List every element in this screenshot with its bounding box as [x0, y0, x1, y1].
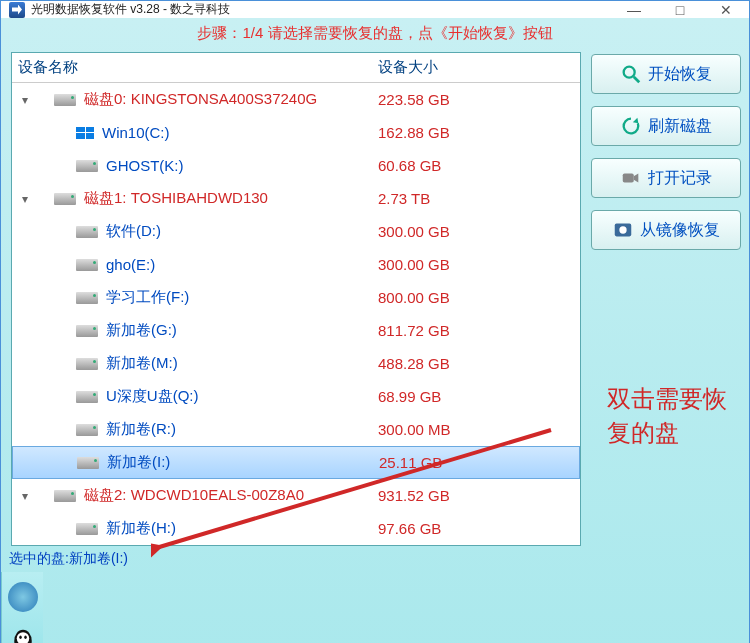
- step-text: 步骤：1/4 请选择需要恢复的盘，点《开始恢复》按钮: [1, 18, 749, 52]
- row-size: 800.00 GB: [378, 289, 580, 306]
- row-name: Win10(C:): [102, 124, 170, 141]
- drive-icon: [54, 94, 76, 106]
- drive-icon: [76, 160, 98, 172]
- row-name: 磁盘0: KINGSTONSA400S37240G: [84, 90, 317, 109]
- svg-rect-2: [623, 173, 634, 182]
- header-name: 设备名称: [18, 58, 378, 77]
- drive-icon: [76, 259, 98, 271]
- windows-icon: [76, 127, 94, 139]
- svg-point-8: [19, 636, 22, 640]
- row-name: GHOST(K:): [106, 157, 184, 174]
- globe-icon[interactable]: [8, 582, 38, 612]
- partition-row[interactable]: Win10(C:)162.88 GB: [12, 116, 580, 149]
- drive-icon: [76, 424, 98, 436]
- svg-point-9: [24, 636, 27, 640]
- status-bar: 选中的盘:新加卷(I:): [1, 546, 749, 572]
- action-panel: 开始恢复 刷新磁盘 打开记录 从镜像恢复: [591, 52, 741, 546]
- row-name: 磁盘2: WDCWD10EALS-00Z8A0: [84, 486, 304, 505]
- disk-row[interactable]: ▾磁盘1: TOSHIBAHDWD1302.73 TB: [12, 182, 580, 215]
- app-icon: [9, 2, 25, 18]
- row-name: 学习工作(F:): [106, 288, 189, 307]
- row-size: 300.00 MB: [378, 421, 580, 438]
- window-title: 光明数据恢复软件 v3.28 - 数之寻科技: [31, 1, 611, 18]
- partition-row[interactable]: 新加卷(R:)300.00 MB: [12, 413, 580, 446]
- open-log-button[interactable]: 打开记录: [591, 158, 741, 198]
- partition-row[interactable]: 新加卷(G:)811.72 GB: [12, 314, 580, 347]
- drive-icon: [76, 523, 98, 535]
- drive-icon: [76, 325, 98, 337]
- row-size: 25.11 GB: [379, 454, 579, 471]
- row-name: 新加卷(H:): [106, 519, 176, 538]
- row-size: 811.72 GB: [378, 322, 580, 339]
- header-size: 设备大小: [378, 58, 580, 77]
- row-size: 300.00 GB: [378, 223, 580, 240]
- drive-icon: [76, 292, 98, 304]
- refresh-disk-button[interactable]: 刷新磁盘: [591, 106, 741, 146]
- search-icon: [620, 63, 642, 85]
- row-size: 223.58 GB: [378, 91, 580, 108]
- client-area: 步骤：1/4 请选择需要恢复的盘，点《开始恢复》按钮 设备名称 设备大小 ▾磁盘…: [1, 18, 749, 643]
- drive-icon: [54, 490, 76, 502]
- row-size: 488.28 GB: [378, 355, 580, 372]
- row-name: 新加卷(M:): [106, 354, 178, 373]
- titlebar: 光明数据恢复软件 v3.28 - 数之寻科技 — □ ✕: [1, 1, 749, 18]
- row-size: 68.99 GB: [378, 388, 580, 405]
- drive-icon: [76, 226, 98, 238]
- restore-from-image-button[interactable]: 从镜像恢复: [591, 210, 741, 250]
- drive-icon: [76, 391, 98, 403]
- disk-row[interactable]: ▾磁盘2: WDCWD10EALS-00Z8A0931.52 GB: [12, 479, 580, 512]
- row-size: 931.52 GB: [378, 487, 580, 504]
- partition-row[interactable]: U深度U盘(Q:)68.99 GB: [12, 380, 580, 413]
- qq-icon[interactable]: [8, 626, 38, 643]
- expand-icon[interactable]: ▾: [18, 93, 32, 107]
- row-size: 97.66 GB: [378, 520, 580, 537]
- partition-row[interactable]: 学习工作(F:)800.00 GB: [12, 281, 580, 314]
- app-window: 光明数据恢复软件 v3.28 - 数之寻科技 — □ ✕ 步骤：1/4 请选择需…: [0, 0, 750, 643]
- drive-icon: [54, 193, 76, 205]
- partition-row[interactable]: GHOST(K:)60.68 GB: [12, 149, 580, 182]
- row-name: gho(E:): [106, 256, 155, 273]
- disk-row[interactable]: ▾磁盘0: KINGSTONSA400S37240G223.58 GB: [12, 83, 580, 116]
- partition-row[interactable]: 新加卷(M:)488.28 GB: [12, 347, 580, 380]
- svg-point-0: [624, 67, 635, 78]
- drive-icon: [77, 457, 99, 469]
- refresh-icon: [620, 115, 642, 137]
- row-size: 300.00 GB: [378, 256, 580, 273]
- row-size: 60.68 GB: [378, 157, 580, 174]
- maximize-button[interactable]: □: [657, 1, 703, 18]
- device-tree: 设备名称 设备大小 ▾磁盘0: KINGSTONSA400S37240G223.…: [11, 52, 581, 546]
- start-recovery-button[interactable]: 开始恢复: [591, 54, 741, 94]
- partition-row[interactable]: 新加卷(H:)97.66 GB: [12, 512, 580, 545]
- minimize-button[interactable]: —: [611, 1, 657, 18]
- partition-row[interactable]: 软件(D:)300.00 GB: [12, 215, 580, 248]
- row-size: 162.88 GB: [378, 124, 580, 141]
- partition-row[interactable]: 新加卷(I:)25.11 GB: [12, 446, 580, 479]
- row-name: U深度U盘(Q:): [106, 387, 199, 406]
- partition-row[interactable]: gho(E:)300.00 GB: [12, 248, 580, 281]
- close-button[interactable]: ✕: [703, 1, 749, 18]
- tree-header: 设备名称 设备大小: [12, 53, 580, 83]
- disk-image-icon: [612, 219, 634, 241]
- expand-icon[interactable]: ▾: [18, 489, 32, 503]
- row-name: 新加卷(R:): [106, 420, 176, 439]
- row-name: 软件(D:): [106, 222, 161, 241]
- expand-icon[interactable]: ▾: [18, 192, 32, 206]
- svg-point-4: [619, 226, 626, 233]
- right-sidebar: ?: [1, 572, 43, 643]
- row-name: 新加卷(I:): [107, 453, 170, 472]
- svg-line-1: [634, 77, 640, 83]
- row-size: 2.73 TB: [378, 190, 580, 207]
- row-name: 新加卷(G:): [106, 321, 177, 340]
- row-name: 磁盘1: TOSHIBAHDWD130: [84, 189, 268, 208]
- drive-icon: [76, 358, 98, 370]
- camera-icon: [620, 167, 642, 189]
